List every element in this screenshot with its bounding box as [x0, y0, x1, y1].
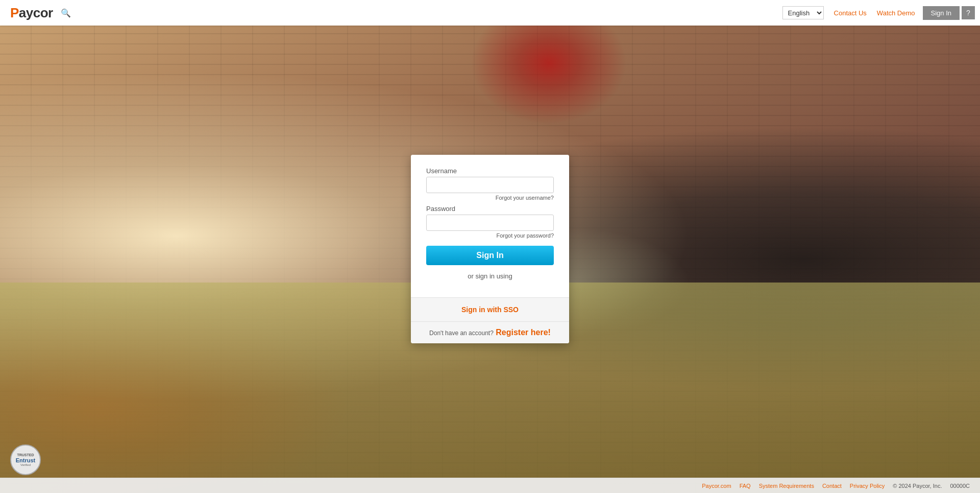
header-signin-button[interactable]: Sign In: [923, 6, 960, 20]
forgot-username-link[interactable]: Forgot your username?: [426, 195, 554, 201]
entrust-top-text: TRUSTED: [17, 453, 34, 457]
username-label: Username: [426, 167, 554, 175]
password-input[interactable]: [426, 215, 554, 231]
search-icon[interactable]: 🔍: [61, 8, 71, 18]
entrust-circle: TRUSTED Entrust Verified: [10, 444, 41, 475]
logo-text: Paycor: [10, 5, 53, 21]
username-field-group: Username Forgot your username?: [426, 167, 554, 201]
sso-section: Sign in with SSO: [411, 297, 569, 321]
register-link[interactable]: Register here!: [496, 328, 551, 337]
login-card: Username Forgot your username? Password …: [411, 155, 569, 343]
contact-us-link[interactable]: Contact Us: [829, 9, 872, 17]
header-right: EnglishSpanishFrench Contact Us Watch De…: [782, 6, 980, 20]
logo: Paycor: [10, 5, 53, 21]
or-text: or sign in using: [426, 272, 554, 287]
header-left: Paycor 🔍: [0, 5, 71, 21]
footer: Paycor.com FAQ System Requirements Conta…: [0, 478, 980, 493]
sso-button[interactable]: Sign in with SSO: [461, 306, 519, 314]
entrust-badge: TRUSTED Entrust Verified: [10, 444, 41, 475]
username-input[interactable]: [426, 177, 554, 193]
forgot-password-link[interactable]: Forgot your password?: [426, 232, 554, 239]
password-label: Password: [426, 205, 554, 213]
password-field-group: Password Forgot your password?: [426, 205, 554, 239]
entrust-main-text: Entrust: [16, 457, 36, 463]
login-card-top: Username Forgot your username? Password …: [411, 155, 569, 297]
watch-demo-link[interactable]: Watch Demo: [872, 9, 920, 17]
login-card-wrapper: Username Forgot your username? Password …: [0, 26, 980, 493]
footer-link-sysreq[interactable]: System Requirements: [759, 483, 814, 489]
header: Paycor 🔍 EnglishSpanishFrench Contact Us…: [0, 0, 980, 26]
footer-link-faq[interactable]: FAQ: [740, 483, 751, 489]
footer-link-privacy[interactable]: Privacy Policy: [850, 483, 885, 489]
sign-in-button[interactable]: Sign In: [426, 246, 554, 265]
no-account-text: Don't have an account?: [429, 330, 494, 337]
language-select[interactable]: EnglishSpanishFrench: [782, 6, 824, 19]
footer-link-contact[interactable]: Contact: [822, 483, 842, 489]
footer-copyright: © 2024 Paycor, Inc.: [893, 483, 942, 489]
footer-link-paycor[interactable]: Paycor.com: [702, 483, 731, 489]
footer-code: 00000C: [950, 483, 970, 489]
entrust-sub-text: Verified: [20, 463, 31, 466]
help-button[interactable]: ?: [962, 6, 975, 19]
register-section: Don't have an account? Register here!: [411, 321, 569, 343]
